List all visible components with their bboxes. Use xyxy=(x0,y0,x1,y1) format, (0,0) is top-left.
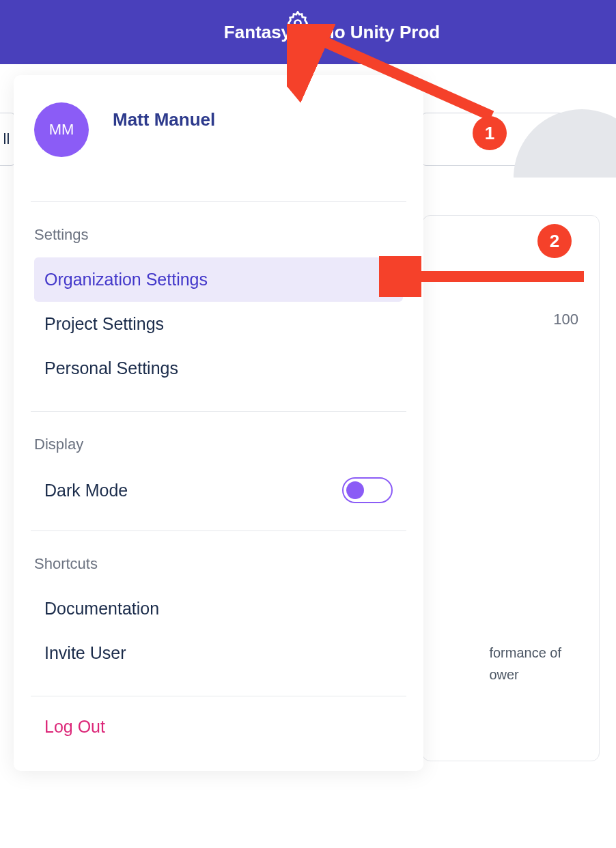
svg-point-0 xyxy=(295,20,301,27)
divider xyxy=(31,411,406,412)
user-name: Matt Manuel xyxy=(113,109,215,130)
display-section-label: Display xyxy=(34,436,403,453)
menu-organization-settings[interactable]: Organization Settings xyxy=(34,257,403,302)
toggle-knob xyxy=(346,481,364,499)
gear-icon[interactable] xyxy=(285,11,310,40)
logout-button[interactable]: Log Out xyxy=(34,696,403,750)
card-description: formance of ower xyxy=(489,642,561,686)
settings-popup: MM Matt Manuel Settings Organization Set… xyxy=(14,75,423,771)
dark-mode-toggle[interactable] xyxy=(342,477,393,503)
menu-documentation[interactable]: Documentation xyxy=(34,586,403,631)
shortcuts-section-label: Shortcuts xyxy=(34,555,403,573)
divider xyxy=(31,201,406,202)
divider xyxy=(31,531,406,531)
avatar: MM xyxy=(34,102,89,157)
page-header: Fantasy Demo Unity Prod xyxy=(0,0,616,64)
dark-mode-label: Dark Mode xyxy=(44,481,128,500)
menu-personal-settings[interactable]: Personal Settings xyxy=(34,346,403,391)
dark-mode-row: Dark Mode xyxy=(34,467,403,513)
left-fragment: ll xyxy=(0,113,15,166)
user-profile-row[interactable]: MM Matt Manuel xyxy=(34,102,403,184)
header-title: Fantasy Demo Unity Prod xyxy=(224,22,440,43)
gauge-value: 100 xyxy=(553,311,578,328)
menu-project-settings[interactable]: Project Settings xyxy=(34,302,403,346)
settings-section-label: Settings xyxy=(34,226,403,244)
annotation-badge-2: 2 xyxy=(537,224,572,258)
annotation-badge-1: 1 xyxy=(473,116,507,150)
menu-invite-user[interactable]: Invite User xyxy=(34,631,403,675)
